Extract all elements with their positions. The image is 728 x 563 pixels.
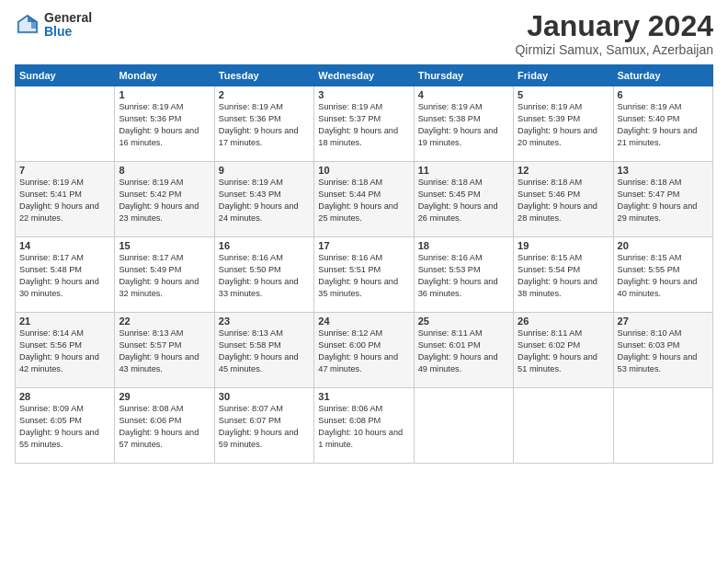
day-number: 15 bbox=[119, 240, 210, 251]
logo-general-label: General bbox=[44, 11, 92, 25]
day-number: 8 bbox=[119, 165, 210, 176]
calendar-cell: 30Sunrise: 8:07 AMSunset: 6:07 PMDayligh… bbox=[214, 388, 313, 464]
day-number: 27 bbox=[618, 316, 709, 327]
calendar-cell: 7Sunrise: 8:19 AMSunset: 5:41 PMDaylight… bbox=[16, 162, 115, 237]
day-info: Sunrise: 8:19 AMSunset: 5:41 PMDaylight:… bbox=[19, 177, 110, 224]
calendar-cell: 23Sunrise: 8:13 AMSunset: 5:58 PMDayligh… bbox=[214, 313, 313, 388]
calendar-cell bbox=[613, 388, 712, 464]
logo-text: General Blue bbox=[44, 11, 92, 40]
day-info: Sunrise: 8:16 AMSunset: 5:51 PMDaylight:… bbox=[318, 252, 409, 300]
day-info: Sunrise: 8:18 AMSunset: 5:46 PMDaylight:… bbox=[518, 177, 609, 224]
calendar-cell: 4Sunrise: 8:19 AMSunset: 5:38 PMDaylight… bbox=[414, 86, 513, 162]
calendar-cell bbox=[16, 86, 115, 162]
day-number: 20 bbox=[618, 240, 709, 251]
day-info: Sunrise: 8:13 AMSunset: 5:57 PMDaylight:… bbox=[119, 327, 210, 375]
calendar-cell: 13Sunrise: 8:18 AMSunset: 5:47 PMDayligh… bbox=[613, 162, 712, 237]
day-info: Sunrise: 8:06 AMSunset: 6:08 PMDaylight:… bbox=[318, 403, 409, 451]
title-block: January 2024 Qirmizi Samux, Samux, Azerb… bbox=[515, 11, 713, 57]
calendar-cell: 9Sunrise: 8:19 AMSunset: 5:43 PMDaylight… bbox=[214, 162, 313, 237]
weekday-header-thursday: Thursday bbox=[414, 65, 513, 86]
day-number: 28 bbox=[19, 391, 110, 402]
calendar-cell: 29Sunrise: 8:08 AMSunset: 6:06 PMDayligh… bbox=[115, 388, 214, 464]
calendar-cell: 8Sunrise: 8:19 AMSunset: 5:42 PMDaylight… bbox=[115, 162, 214, 237]
day-number: 31 bbox=[318, 391, 409, 402]
weekday-header-sunday: Sunday bbox=[16, 65, 115, 86]
calendar-cell: 19Sunrise: 8:15 AMSunset: 5:54 PMDayligh… bbox=[514, 237, 613, 313]
header: General Blue January 2024 Qirmizi Samux,… bbox=[15, 11, 713, 57]
day-number: 9 bbox=[219, 165, 310, 176]
day-number: 3 bbox=[318, 89, 409, 100]
day-number: 26 bbox=[518, 316, 609, 327]
calendar-cell: 12Sunrise: 8:18 AMSunset: 5:46 PMDayligh… bbox=[514, 162, 613, 237]
day-info: Sunrise: 8:14 AMSunset: 5:56 PMDaylight:… bbox=[19, 327, 110, 375]
calendar-cell: 20Sunrise: 8:15 AMSunset: 5:55 PMDayligh… bbox=[613, 237, 712, 313]
month-title: January 2024 bbox=[515, 11, 713, 40]
calendar-cell: 15Sunrise: 8:17 AMSunset: 5:49 PMDayligh… bbox=[115, 237, 214, 313]
day-number: 13 bbox=[618, 165, 709, 176]
calendar-cell bbox=[514, 388, 613, 464]
day-number: 10 bbox=[318, 165, 409, 176]
calendar-cell: 25Sunrise: 8:11 AMSunset: 6:01 PMDayligh… bbox=[414, 313, 513, 388]
week-row-5: 28Sunrise: 8:09 AMSunset: 6:05 PMDayligh… bbox=[16, 388, 713, 464]
logo-icon bbox=[15, 12, 40, 38]
day-info: Sunrise: 8:19 AMSunset: 5:42 PMDaylight:… bbox=[119, 177, 210, 224]
day-info: Sunrise: 8:09 AMSunset: 6:05 PMDaylight:… bbox=[19, 403, 110, 451]
day-info: Sunrise: 8:11 AMSunset: 6:02 PMDaylight:… bbox=[518, 327, 609, 375]
calendar-cell: 26Sunrise: 8:11 AMSunset: 6:02 PMDayligh… bbox=[514, 313, 613, 388]
calendar-cell: 11Sunrise: 8:18 AMSunset: 5:45 PMDayligh… bbox=[414, 162, 513, 237]
day-number: 1 bbox=[119, 89, 210, 100]
day-number: 24 bbox=[318, 316, 409, 327]
logo: General Blue bbox=[15, 11, 92, 40]
week-row-4: 21Sunrise: 8:14 AMSunset: 5:56 PMDayligh… bbox=[16, 313, 713, 388]
day-number: 2 bbox=[219, 89, 310, 100]
page: General Blue January 2024 Qirmizi Samux,… bbox=[0, 0, 728, 563]
day-number: 22 bbox=[119, 316, 210, 327]
logo-blue-label: Blue bbox=[44, 25, 92, 39]
calendar-cell: 18Sunrise: 8:16 AMSunset: 5:53 PMDayligh… bbox=[414, 237, 513, 313]
day-number: 4 bbox=[418, 89, 509, 100]
day-info: Sunrise: 8:19 AMSunset: 5:36 PMDaylight:… bbox=[219, 101, 310, 149]
day-number: 25 bbox=[418, 316, 509, 327]
day-number: 23 bbox=[219, 316, 310, 327]
day-info: Sunrise: 8:19 AMSunset: 5:37 PMDaylight:… bbox=[318, 101, 409, 149]
day-info: Sunrise: 8:16 AMSunset: 5:53 PMDaylight:… bbox=[418, 252, 509, 300]
calendar-cell bbox=[414, 388, 513, 464]
day-info: Sunrise: 8:11 AMSunset: 6:01 PMDaylight:… bbox=[418, 327, 509, 375]
day-info: Sunrise: 8:15 AMSunset: 5:55 PMDaylight:… bbox=[618, 252, 709, 300]
calendar-cell: 28Sunrise: 8:09 AMSunset: 6:05 PMDayligh… bbox=[16, 388, 115, 464]
day-info: Sunrise: 8:13 AMSunset: 5:58 PMDaylight:… bbox=[219, 327, 310, 375]
day-number: 14 bbox=[19, 240, 110, 251]
calendar-cell: 17Sunrise: 8:16 AMSunset: 5:51 PMDayligh… bbox=[314, 237, 414, 313]
weekday-header-friday: Friday bbox=[514, 65, 613, 86]
day-number: 6 bbox=[618, 89, 709, 100]
calendar-cell: 5Sunrise: 8:19 AMSunset: 5:39 PMDaylight… bbox=[514, 86, 613, 162]
day-info: Sunrise: 8:17 AMSunset: 5:49 PMDaylight:… bbox=[119, 252, 210, 300]
day-info: Sunrise: 8:19 AMSunset: 5:36 PMDaylight:… bbox=[119, 101, 210, 149]
calendar-cell: 3Sunrise: 8:19 AMSunset: 5:37 PMDaylight… bbox=[314, 86, 414, 162]
calendar-cell: 31Sunrise: 8:06 AMSunset: 6:08 PMDayligh… bbox=[314, 388, 414, 464]
day-info: Sunrise: 8:12 AMSunset: 6:00 PMDaylight:… bbox=[318, 327, 409, 375]
calendar-cell: 2Sunrise: 8:19 AMSunset: 5:36 PMDaylight… bbox=[214, 86, 313, 162]
weekday-header-saturday: Saturday bbox=[613, 65, 712, 86]
day-number: 21 bbox=[19, 316, 110, 327]
calendar-cell: 16Sunrise: 8:16 AMSunset: 5:50 PMDayligh… bbox=[214, 237, 313, 313]
week-row-3: 14Sunrise: 8:17 AMSunset: 5:48 PMDayligh… bbox=[16, 237, 713, 313]
weekday-header-tuesday: Tuesday bbox=[214, 65, 313, 86]
day-info: Sunrise: 8:10 AMSunset: 6:03 PMDaylight:… bbox=[618, 327, 709, 375]
day-info: Sunrise: 8:16 AMSunset: 5:50 PMDaylight:… bbox=[219, 252, 310, 300]
calendar-cell: 6Sunrise: 8:19 AMSunset: 5:40 PMDaylight… bbox=[613, 86, 712, 162]
day-info: Sunrise: 8:07 AMSunset: 6:07 PMDaylight:… bbox=[219, 403, 310, 451]
day-number: 18 bbox=[418, 240, 509, 251]
day-number: 11 bbox=[418, 165, 509, 176]
calendar-cell: 1Sunrise: 8:19 AMSunset: 5:36 PMDaylight… bbox=[115, 86, 214, 162]
day-number: 29 bbox=[119, 391, 210, 402]
day-number: 12 bbox=[518, 165, 609, 176]
day-number: 30 bbox=[219, 391, 310, 402]
calendar-cell: 22Sunrise: 8:13 AMSunset: 5:57 PMDayligh… bbox=[115, 313, 214, 388]
day-number: 7 bbox=[19, 165, 110, 176]
weekday-header-row: SundayMondayTuesdayWednesdayThursdayFrid… bbox=[16, 65, 713, 86]
day-number: 16 bbox=[219, 240, 310, 251]
calendar-cell: 27Sunrise: 8:10 AMSunset: 6:03 PMDayligh… bbox=[613, 313, 712, 388]
day-info: Sunrise: 8:17 AMSunset: 5:48 PMDaylight:… bbox=[19, 252, 110, 300]
day-info: Sunrise: 8:15 AMSunset: 5:54 PMDaylight:… bbox=[518, 252, 609, 300]
